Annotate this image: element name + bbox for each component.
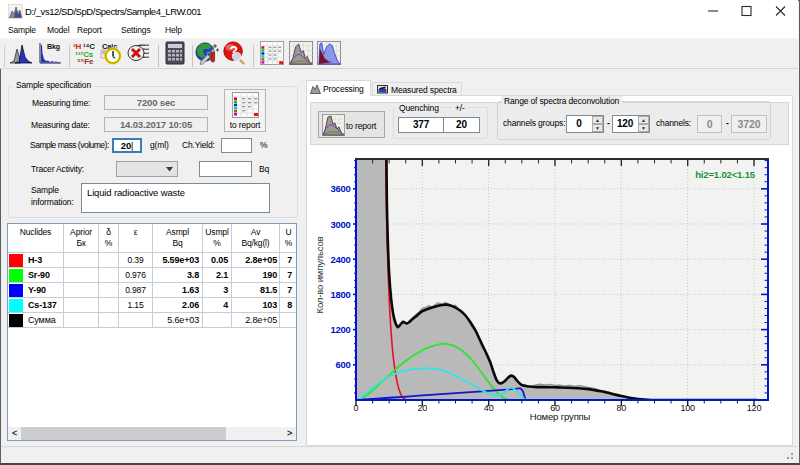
svg-text:2400: 2400 (331, 254, 351, 265)
svg-text:hi2=1.02<1.15: hi2=1.02<1.15 (695, 169, 756, 180)
svg-text:80: 80 (616, 403, 626, 413)
svg-text:0: 0 (354, 403, 359, 413)
svg-text:⁵⁵Fe: ⁵⁵Fe (77, 57, 94, 65)
svg-text:20: 20 (417, 403, 427, 413)
svg-text:Кол-во импульсов: Кол-во импульсов (314, 236, 325, 313)
svg-text:100: 100 (680, 403, 695, 413)
svg-text:Bkg: Bkg (47, 43, 60, 51)
svg-text:3600: 3600 (331, 183, 351, 194)
svg-text:Номер группы: Номер группы (530, 411, 591, 422)
svg-text:40: 40 (484, 403, 494, 413)
svg-text:1800: 1800 (331, 289, 351, 300)
svg-text:1200: 1200 (331, 324, 351, 335)
svg-text:600: 600 (336, 359, 351, 370)
svg-text:120: 120 (747, 403, 762, 413)
svg-text:3000: 3000 (331, 219, 351, 230)
